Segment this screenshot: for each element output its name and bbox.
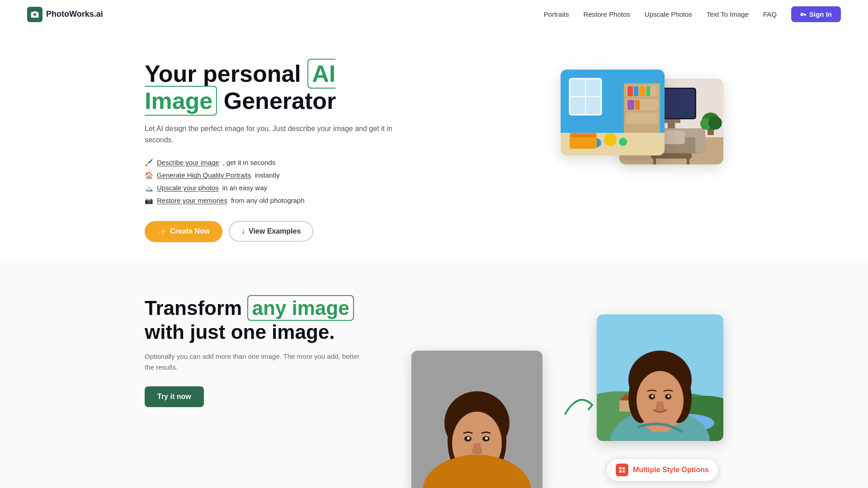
hero-subtitle: Let AI design the perfect image for you.…	[145, 123, 407, 146]
svg-rect-15	[627, 100, 634, 110]
try-it-now-button[interactable]: Try it now	[145, 386, 204, 407]
nav-links: Portraits Restore Photos Upscale Photos …	[544, 6, 841, 22]
hero-images	[561, 70, 723, 178]
svg-point-42	[708, 116, 722, 130]
colorful-room-svg	[561, 70, 665, 155]
feature-describe: 🖌️ Describe your image , get it in secon…	[145, 159, 407, 167]
logo-text: PhotoWorks.ai	[46, 9, 103, 19]
feature-text-1: , get it in seconds	[223, 159, 276, 166]
transform-title-highlight: any image	[247, 295, 354, 321]
style-badge-icon	[616, 464, 628, 476]
svg-rect-11	[627, 86, 633, 96]
feature-text-2: instantly	[255, 171, 279, 179]
examples-icon: ↓	[241, 227, 245, 235]
style-badge-text: Multiple Style Options	[633, 466, 709, 474]
hero-title-pre: Your personal	[145, 61, 301, 87]
feature-emoji-1: 🖌️	[145, 159, 153, 167]
nav-restore-photos[interactable]: Restore Photos	[583, 10, 630, 18]
feature-link-1[interactable]: Describe your image	[157, 159, 219, 166]
feature-emoji-3: 🏔️	[145, 184, 153, 192]
svg-point-76	[651, 395, 654, 397]
logo[interactable]: PhotoWorks.ai	[27, 7, 103, 22]
svg-rect-37	[653, 158, 656, 164]
svg-rect-38	[687, 158, 689, 164]
camera-icon	[30, 10, 39, 19]
create-now-button[interactable]: ✨ Create Now	[145, 221, 222, 242]
create-label: Create Now	[170, 227, 210, 235]
view-examples-button[interactable]: ↓ View Examples	[229, 221, 313, 242]
svg-point-19	[604, 133, 617, 146]
transform-content: Transform any image with just one image.…	[118, 269, 750, 488]
feature-portraits: 🏠 Generate High Quality Portraits instan…	[145, 171, 407, 179]
transform-title: Transform any image with just one image.	[145, 296, 371, 344]
grid-icon	[618, 466, 626, 474]
nav-text-to-image[interactable]: Text To Image	[707, 10, 749, 18]
hero-image-colorful-room	[561, 70, 665, 155]
svg-rect-13	[639, 86, 646, 96]
navbar: PhotoWorks.ai Portraits Restore Photos U…	[0, 0, 868, 29]
hero-content: Your personal AI Image Generator Let AI …	[145, 61, 407, 242]
signin-button[interactable]: Sign In	[791, 6, 841, 22]
transform-section: Transform any image with just one image.…	[0, 260, 868, 488]
svg-rect-28	[662, 119, 680, 123]
svg-rect-33	[695, 128, 705, 153]
after-image	[597, 314, 723, 441]
style-badge: Multiple Style Options	[606, 458, 719, 482]
examples-label: View Examples	[249, 227, 301, 235]
nav-portraits[interactable]: Portraits	[544, 10, 569, 18]
svg-rect-10	[626, 113, 658, 124]
svg-rect-35	[662, 131, 685, 144]
hero-buttons: ✨ Create Now ↓ View Examples	[145, 221, 407, 242]
transform-arrow	[561, 387, 597, 423]
before-image	[411, 351, 542, 488]
nav-faq[interactable]: FAQ	[763, 10, 777, 18]
before-portrait-svg	[411, 351, 542, 488]
feature-text-4: from any old photograph	[231, 197, 305, 204]
svg-point-77	[668, 395, 670, 397]
transform-images: Multiple Style Options	[398, 296, 723, 488]
svg-point-73	[637, 371, 684, 430]
logo-icon	[27, 7, 42, 22]
transform-subtitle: Optionally you can add more than one ima…	[145, 351, 371, 373]
svg-rect-14	[646, 86, 650, 96]
after-portrait-svg	[597, 314, 723, 441]
transform-title-post: with just one image.	[145, 321, 335, 343]
transform-left: Transform any image with just one image.…	[145, 296, 371, 408]
try-button-label: Try it now	[157, 393, 191, 400]
feature-link-3[interactable]: Upscale your photos	[157, 184, 219, 192]
create-icon: ✨	[157, 227, 166, 236]
transform-title-pre: Transform	[145, 297, 242, 319]
hero-title-post: Generator	[224, 88, 336, 114]
feature-emoji-2: 🏠	[145, 171, 153, 179]
feature-link-2[interactable]: Generate High Quality Portraits	[157, 171, 251, 179]
svg-rect-16	[635, 100, 640, 110]
signin-label: Sign In	[809, 10, 832, 18]
svg-point-53	[467, 437, 470, 440]
feature-restore: 📷 Restore your memories from any old pho…	[145, 197, 407, 205]
nav-upscale-photos[interactable]: Upscale Photos	[645, 10, 692, 18]
svg-rect-12	[634, 86, 638, 96]
feature-text-3: in an easy way	[222, 184, 267, 192]
hero-section: Your personal AI Image Generator Let AI …	[118, 29, 750, 260]
svg-point-54	[485, 437, 488, 440]
svg-point-20	[619, 138, 627, 146]
hero-features: 🖌️ Describe your image , get it in secon…	[145, 159, 407, 205]
svg-rect-22	[571, 134, 596, 137]
feature-upscale: 🏔️ Upscale your photos in an easy way	[145, 184, 407, 192]
hero-title: Your personal AI Image Generator	[145, 61, 407, 115]
feature-emoji-4: 📷	[145, 197, 153, 205]
key-icon	[800, 11, 807, 18]
feature-link-4[interactable]: Restore your memories	[157, 197, 227, 204]
